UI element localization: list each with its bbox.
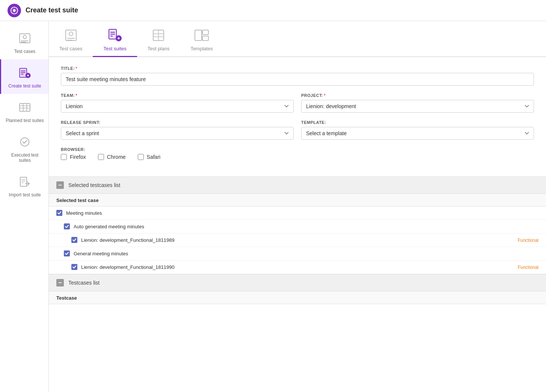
selected-testcases-toggle[interactable]: −	[56, 181, 64, 189]
chrome-label: Chrome	[107, 154, 126, 160]
svg-rect-43	[202, 30, 208, 35]
firefox-checkbox[interactable]	[61, 154, 67, 160]
sprint-label: RELEASE SPRINT:	[61, 120, 294, 125]
meeting-minutes-checkbox[interactable]	[56, 210, 62, 216]
sidebar-item-import-test-suite[interactable]: Import test suite	[0, 168, 48, 203]
functional-1811990-checkbox[interactable]	[71, 264, 77, 270]
svg-rect-44	[202, 36, 208, 41]
tab-templates-icon	[193, 27, 210, 44]
tab-test-cases-icon	[63, 27, 79, 44]
browser-label: BROWSER:	[61, 147, 534, 152]
main-content: Test cases Test suites	[49, 21, 546, 392]
team-field: TEAM:* Lienion	[61, 93, 294, 113]
top-nav: Test cases Test suites	[49, 21, 546, 57]
app-header: Create test suite	[0, 0, 546, 21]
tab-test-plans[interactable]: Test plans	[137, 21, 180, 57]
table-row: Meeting minutes	[49, 207, 546, 220]
testcases-list-table-header: Testcase	[49, 291, 546, 304]
template-select[interactable]: Select a template	[301, 127, 534, 140]
row-checkbox-wrap[interactable]	[71, 237, 77, 243]
executed-test-suites-icon	[17, 134, 33, 150]
auto-generated-label: Auto generated meeting minutes	[74, 224, 538, 229]
tab-templates[interactable]: Templates	[180, 21, 223, 57]
test-cases-icon	[17, 30, 33, 47]
sidebar-item-test-cases[interactable]: Test cases	[0, 25, 48, 59]
sidebar: Test cases Create test suite	[0, 21, 49, 392]
sidebar-item-planned-test-suites[interactable]: Planned test suites	[0, 94, 48, 128]
title-row: TITLE:*	[61, 66, 534, 86]
planned-test-suites-icon	[17, 99, 33, 116]
table-row: General meeting minutes	[49, 247, 546, 261]
table-row: Auto generated meeting minutes	[49, 220, 546, 234]
browser-firefox[interactable]: Firefox	[61, 154, 86, 160]
safari-label: Safari	[147, 154, 161, 160]
testcases-list-panel: − Testcases list Testcase	[49, 274, 546, 304]
svg-rect-21	[20, 177, 27, 186]
testcases-list-header[interactable]: − Testcases list	[49, 274, 546, 291]
sidebar-item-create-test-suite[interactable]: Create test suite	[0, 59, 48, 94]
title-label: TITLE:*	[61, 66, 534, 71]
template-label: TEMPLATE:	[301, 120, 534, 125]
team-project-row: TEAM:* Lienion PROJECT:* Lienion: develo…	[61, 93, 534, 113]
project-label: PROJECT:*	[301, 93, 534, 98]
functional-1811989-label: Lienion: development_Functional_1811989	[81, 237, 518, 243]
svg-rect-15	[20, 104, 30, 112]
team-label: TEAM:*	[61, 93, 294, 98]
auto-generated-checkbox[interactable]	[64, 223, 70, 229]
meeting-minutes-label: Meeting minutes	[66, 210, 538, 216]
functional-1811989-tag: Functional	[518, 238, 538, 243]
row-checkbox-wrap[interactable]	[64, 223, 70, 230]
team-select[interactable]: Lienion	[61, 100, 294, 113]
testcases-list-toggle[interactable]: −	[56, 279, 64, 286]
general-meeting-label: General meeting minutes	[74, 251, 538, 256]
safari-checkbox[interactable]	[138, 154, 144, 160]
sidebar-label-create-test-suite: Create test suite	[8, 83, 41, 89]
svg-point-27	[69, 32, 73, 36]
tab-test-suites-icon	[107, 27, 123, 44]
browser-row: BROWSER: Firefox Chrome Safari	[61, 147, 534, 160]
testcases-list-title: Testcases list	[68, 280, 100, 286]
tab-test-cases[interactable]: Test cases	[49, 21, 93, 57]
table-row: Lienion: development_Functional_1811990 …	[49, 261, 546, 274]
template-field: TEMPLATE: Select a template	[301, 120, 534, 140]
selected-testcases-title: Selected testcases list	[68, 182, 121, 188]
tab-test-suites-label: Test suites	[103, 46, 126, 51]
functional-1811990-tag: Functional	[518, 265, 538, 270]
row-checkbox-wrap[interactable]	[56, 210, 62, 216]
chrome-checkbox[interactable]	[98, 154, 104, 160]
sprint-template-row: RELEASE SPRINT: Select a sprint TEMPLATE…	[61, 120, 534, 140]
app-title: Create test suite	[26, 6, 78, 14]
selected-testcases-table-header: Selected test case	[49, 194, 546, 207]
sidebar-item-executed-test-suites[interactable]: Executed test suites	[0, 128, 48, 168]
sidebar-label-planned-test-suites: Planned test suites	[6, 118, 44, 123]
svg-point-1	[13, 9, 15, 12]
svg-point-20	[21, 138, 29, 146]
browser-safari[interactable]: Safari	[138, 154, 161, 160]
selected-testcases-panel: − Selected testcases list Selected test …	[49, 176, 546, 274]
create-test-suite-icon	[17, 65, 33, 81]
title-input[interactable]	[61, 73, 534, 86]
row-checkbox-wrap[interactable]	[64, 250, 70, 257]
selected-testcases-content: Selected test case Meeting minutes	[49, 194, 546, 274]
browser-options: Firefox Chrome Safari	[61, 154, 534, 160]
firefox-label: Firefox	[70, 154, 86, 160]
sprint-select[interactable]: Select a sprint	[61, 127, 294, 140]
general-meeting-checkbox[interactable]	[64, 250, 70, 256]
svg-rect-42	[195, 30, 202, 41]
browser-chrome[interactable]: Chrome	[98, 154, 126, 160]
selected-testcases-header[interactable]: − Selected testcases list	[49, 176, 546, 194]
table-row: Lienion: development_Functional_1811989 …	[49, 234, 546, 247]
tab-test-cases-label: Test cases	[59, 46, 82, 51]
sidebar-label-import-test-suite: Import test suite	[9, 192, 41, 198]
functional-1811990-label: Lienion: development_Functional_1811990	[81, 264, 518, 270]
tab-test-suites[interactable]: Test suites	[93, 21, 137, 57]
row-checkbox-wrap[interactable]	[71, 264, 77, 270]
project-field: PROJECT:* Lienion: development	[301, 93, 534, 113]
sprint-field: RELEASE SPRINT: Select a sprint	[61, 120, 294, 140]
tab-test-plans-icon	[150, 27, 167, 44]
project-select[interactable]: Lienion: development	[301, 100, 534, 113]
form-area: TITLE:* TEAM:* Lienion PROJECT:*	[49, 57, 546, 176]
functional-1811989-checkbox[interactable]	[71, 237, 77, 243]
sidebar-label-test-cases: Test cases	[14, 49, 36, 54]
import-test-suite-icon	[17, 173, 33, 190]
